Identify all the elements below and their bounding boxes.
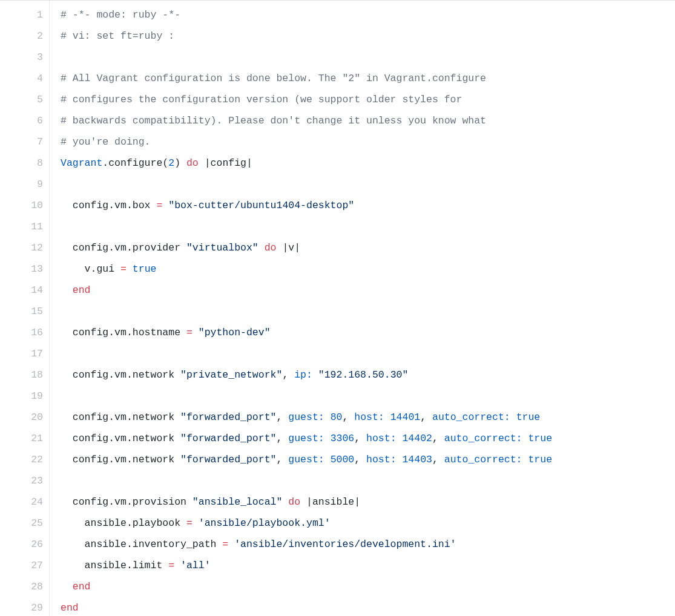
token-fn: auto_correct: bbox=[444, 454, 522, 465]
code-line bbox=[61, 385, 675, 407]
token-nm bbox=[228, 539, 234, 550]
line-number: 24 bbox=[0, 491, 43, 513]
token-s: "forwarded_port" bbox=[180, 433, 276, 444]
token-nm: config.vm.hostname bbox=[61, 327, 186, 338]
code-line: # vi: set ft=ruby : bbox=[61, 25, 675, 47]
token-nm: config.vm.network bbox=[61, 454, 180, 465]
token-nm bbox=[397, 433, 403, 444]
token-nm: config.vm.network bbox=[61, 369, 180, 381]
token-kw: = bbox=[222, 539, 228, 550]
code-line: config.vm.network "forwarded_port", gues… bbox=[61, 449, 675, 470]
token-kw: do bbox=[288, 496, 300, 508]
line-number: 10 bbox=[0, 195, 43, 216]
token-nm bbox=[384, 411, 390, 423]
code-content[interactable]: # -*- mode: ruby -*-# vi: set ft=ruby :#… bbox=[50, 1, 675, 616]
token-fn: 80 bbox=[331, 411, 343, 423]
line-number: 12 bbox=[0, 237, 43, 258]
token-nm: , bbox=[276, 411, 288, 423]
token-fn: true bbox=[516, 411, 541, 423]
token-nm bbox=[324, 433, 331, 444]
token-c: # vi: set ft=ruby : bbox=[61, 30, 174, 42]
code-line: ansible.playbook = 'ansible/playbook.yml… bbox=[61, 513, 675, 534]
token-nm bbox=[312, 369, 318, 381]
token-nm bbox=[162, 200, 168, 211]
token-nm: v bbox=[288, 242, 294, 254]
line-number: 21 bbox=[0, 428, 43, 449]
code-line bbox=[61, 343, 675, 364]
token-nm: config.vm.network bbox=[61, 433, 180, 444]
token-fn: guest: bbox=[288, 433, 324, 444]
token-nm bbox=[61, 284, 73, 296]
line-number: 15 bbox=[0, 301, 43, 322]
line-number: 19 bbox=[0, 385, 43, 407]
token-nm: | bbox=[276, 242, 288, 254]
token-s: "python-dev" bbox=[199, 327, 271, 338]
token-nm: config.vm.provision bbox=[61, 496, 193, 508]
token-nm: , bbox=[342, 411, 354, 423]
line-number: 4 bbox=[0, 68, 43, 89]
token-nm: .configure( bbox=[102, 157, 168, 169]
token-nm bbox=[193, 327, 199, 338]
line-number: 7 bbox=[0, 131, 43, 152]
token-nm: ansible.playbook bbox=[61, 517, 186, 529]
code-line bbox=[61, 216, 675, 237]
token-nm: , bbox=[420, 411, 432, 423]
token-fn: guest: bbox=[288, 454, 324, 465]
token-kw: end bbox=[73, 284, 91, 296]
code-line: v.gui = true bbox=[61, 258, 675, 280]
line-number: 18 bbox=[0, 364, 43, 385]
token-s: "forwarded_port" bbox=[180, 411, 276, 423]
code-line: config.vm.provision "ansible_local" do |… bbox=[61, 491, 675, 513]
token-kw: = bbox=[186, 327, 193, 338]
line-number: 23 bbox=[0, 470, 43, 491]
token-fn: auto_correct: bbox=[432, 411, 510, 423]
token-nm bbox=[193, 517, 199, 529]
code-line bbox=[61, 174, 675, 195]
token-fn: 14401 bbox=[390, 411, 421, 423]
code-line: # -*- mode: ruby -*- bbox=[61, 4, 675, 25]
token-c: # backwards compatibility). Please don't… bbox=[61, 115, 486, 126]
token-nm: | bbox=[246, 157, 252, 169]
token-nm bbox=[324, 454, 331, 465]
token-nm: ) bbox=[174, 157, 186, 169]
token-nm bbox=[510, 411, 516, 423]
token-nm: config.vm.box bbox=[61, 200, 156, 211]
code-line: config.vm.network "private_network", ip:… bbox=[61, 364, 675, 385]
line-number: 11 bbox=[0, 216, 43, 237]
token-s: 'ansible/inventories/development.ini' bbox=[234, 539, 456, 550]
code-line: # configures the configuration version (… bbox=[61, 89, 675, 110]
line-number: 28 bbox=[0, 576, 43, 597]
line-number: 29 bbox=[0, 597, 43, 616]
token-fn: true bbox=[133, 263, 157, 275]
token-cls: Vagrant bbox=[61, 157, 102, 169]
code-line: config.vm.network "forwarded_port", gues… bbox=[61, 428, 675, 449]
token-fn: true bbox=[528, 433, 552, 444]
token-kw: do bbox=[186, 157, 199, 169]
token-fn: ip: bbox=[294, 369, 312, 381]
token-nm: , bbox=[432, 454, 444, 465]
token-nm: ansible bbox=[312, 496, 354, 508]
token-nm bbox=[127, 263, 133, 275]
token-nm: , bbox=[276, 454, 288, 465]
line-number: 5 bbox=[0, 89, 43, 110]
code-line: config.vm.box = "box-cutter/ubuntu1404-d… bbox=[61, 195, 675, 216]
token-kw: end bbox=[73, 581, 91, 592]
code-line: # backwards compatibility). Please don't… bbox=[61, 110, 675, 131]
token-s: "private_network" bbox=[180, 369, 282, 381]
token-nm: config.vm.network bbox=[61, 411, 180, 423]
token-c: # configures the configuration version (… bbox=[61, 94, 462, 105]
token-nm: , bbox=[354, 433, 366, 444]
token-s: 'all' bbox=[180, 560, 211, 571]
line-number: 17 bbox=[0, 343, 43, 364]
token-nm: , bbox=[282, 369, 294, 381]
token-nm: , bbox=[276, 433, 288, 444]
token-s: "ansible_local" bbox=[193, 496, 283, 508]
code-line bbox=[61, 301, 675, 322]
line-number: 16 bbox=[0, 322, 43, 343]
token-nm: | bbox=[199, 157, 211, 169]
code-line: Vagrant.configure(2) do |config| bbox=[61, 152, 675, 174]
token-nm bbox=[174, 560, 180, 571]
line-number: 14 bbox=[0, 280, 43, 301]
line-number: 2 bbox=[0, 25, 43, 47]
token-kw: = bbox=[156, 200, 162, 211]
